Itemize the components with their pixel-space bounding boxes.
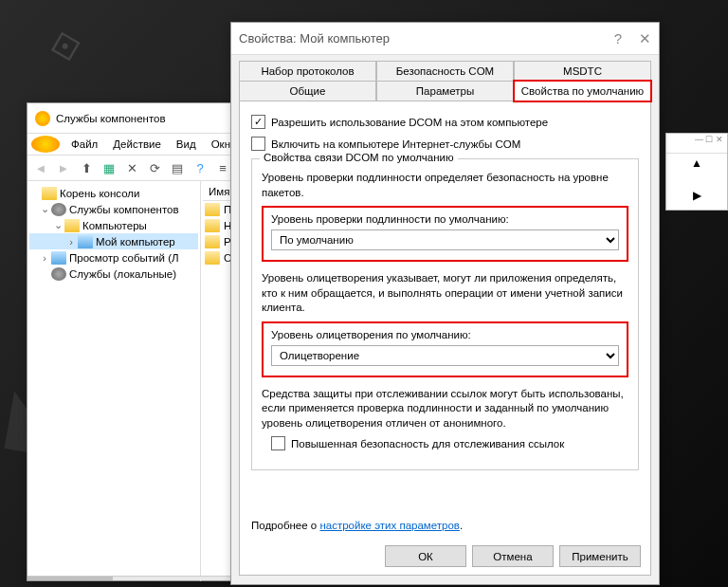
menu-view[interactable]: Вид (169, 137, 204, 152)
highlight-impersonation-level: Уровень олицетворения по умолчанию: Олиц… (262, 321, 628, 377)
help-icon[interactable]: ? (614, 30, 622, 47)
delete-button[interactable]: ✕ (121, 157, 142, 178)
apply-button[interactable]: Применить (559, 545, 641, 567)
tab-default-properties[interactable]: Свойства по умолчанию (514, 81, 651, 101)
auth-level-description: Уровень проверки подлинности определяет … (262, 171, 628, 200)
checkbox-icon (251, 137, 265, 151)
back-button: ◄ (30, 157, 51, 178)
tree-node-computers[interactable]: ⌄Компьютеры (29, 217, 198, 233)
dialog-titlebar[interactable]: Свойства: Мой компьютер ? ✕ (231, 23, 659, 55)
impersonation-label: Уровень олицетворения по умолчанию: (271, 329, 619, 340)
groupbox-dcom-defaults: Свойства связи DCOM по умолчанию Уровень… (251, 158, 639, 470)
dialog-content: ✓Разрешить использование DCOM на этом ко… (239, 101, 651, 576)
app-icon-small (31, 136, 60, 153)
tree-node-event-viewer[interactable]: ›Просмотр событий (Л (29, 249, 198, 266)
tree-pane: Корень консоли ⌄Службы компонентов ⌄Комп… (27, 181, 201, 581)
tab-protocols[interactable]: Набор протоколов (239, 61, 376, 81)
properties-button[interactable]: ▤ (167, 157, 188, 178)
checkbox-tracking-security[interactable]: Повышенная безопасность для отслеживания… (271, 436, 628, 450)
tree-node-component-services[interactable]: ⌄Службы компонентов (29, 201, 198, 217)
auth-level-select[interactable]: По умолчанию (271, 229, 619, 250)
actions-pane: — ☐ ✕ ▲ ▶ (665, 133, 728, 211)
tree-root[interactable]: Корень консоли (29, 185, 198, 201)
menu-file[interactable]: Файл (64, 137, 105, 152)
tree-node-my-computer[interactable]: ›Мой компьютер (29, 233, 198, 249)
cancel-button[interactable]: Отмена (472, 545, 554, 567)
impersonation-description: Уровень олицетворения указывает, могут л… (262, 271, 628, 316)
up-button[interactable]: ⬆ (76, 157, 97, 178)
tab-strip: Набор протоколов Безопасность COM MSDTC … (239, 61, 651, 101)
tab-options[interactable]: Параметры (376, 81, 514, 101)
ok-button[interactable]: ОК (385, 545, 466, 567)
refresh-button[interactable]: ⟳ (144, 157, 165, 178)
impersonation-select[interactable]: Олицетворение (271, 345, 619, 366)
menu-action[interactable]: Действие (105, 137, 169, 152)
help-button[interactable]: ? (190, 157, 210, 178)
tab-general[interactable]: Общие (239, 81, 376, 101)
scrollbar-thumb[interactable] (27, 577, 113, 580)
groupbox-legend: Свойства связи DCOM по умолчанию (260, 152, 458, 163)
properties-dialog: Свойства: Мой компьютер ? ✕ Набор проток… (230, 22, 660, 585)
desktop-decor: ⟐ (40, 7, 90, 79)
mmc-title: Службы компонентов (56, 113, 166, 124)
dialog-title: Свойства: Мой компьютер (239, 31, 390, 46)
tab-msdtc[interactable]: MSDTC (514, 61, 651, 81)
tree-node-services[interactable]: Службы (локальные) (29, 266, 198, 282)
app-icon (35, 111, 50, 126)
close-icon[interactable]: ✕ (639, 30, 651, 47)
show-hide-button[interactable]: ▦ (99, 157, 119, 178)
checkbox-enable-dcom[interactable]: ✓Разрешить использование DCOM на этом ко… (251, 115, 639, 129)
checkbox-icon (271, 436, 285, 450)
tracking-description: Средства защиты при отслеживании ссылок … (262, 387, 628, 431)
highlight-auth-level: Уровень проверки подлинности по умолчани… (262, 206, 628, 262)
more-info: Подробнее о настройке этих параметров. (251, 520, 463, 531)
checkbox-enable-com-internet[interactable]: Включить на компьютере Интернет-службы C… (251, 137, 639, 151)
checkbox-icon: ✓ (251, 115, 265, 129)
tab-com-security[interactable]: Безопасность COM (376, 61, 514, 81)
forward-button: ► (53, 157, 74, 178)
scroll-right-arrow[interactable]: ▶ (666, 186, 727, 205)
settings-help-link[interactable]: настройке этих параметров (319, 520, 459, 531)
auth-level-label: Уровень проверки подлинности по умолчани… (271, 213, 619, 225)
scroll-up-arrow[interactable]: ▲ (666, 154, 727, 173)
window-controls-stub: — ☐ ✕ (666, 134, 727, 154)
